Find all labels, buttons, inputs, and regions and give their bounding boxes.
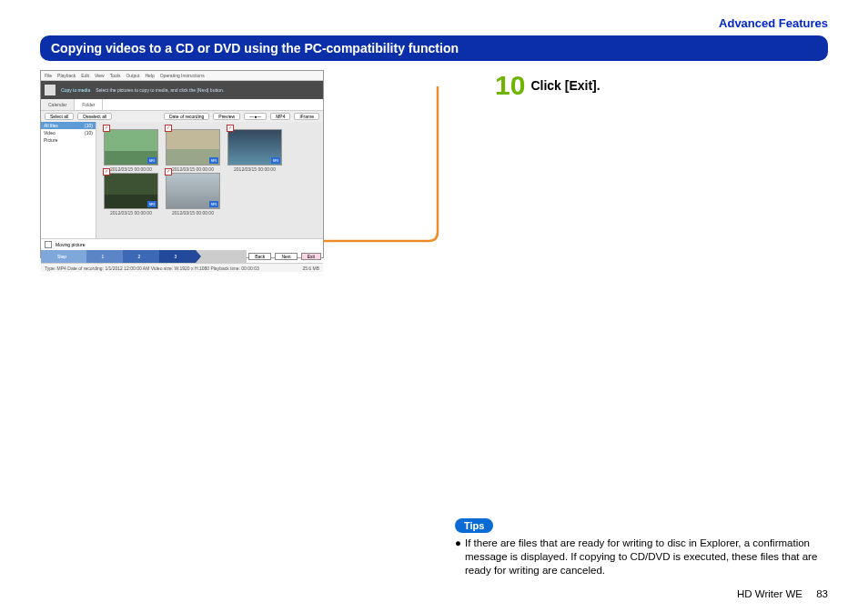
page-footer: HD Writer WE 83 xyxy=(737,588,828,599)
thumbnail[interactable]: ✓MP42012/03/15 00:00:00 xyxy=(227,129,282,166)
zoom-slider[interactable]: —●— xyxy=(244,113,267,120)
select-all-button[interactable]: Select all xyxy=(45,113,74,120)
menu-item[interactable]: Help xyxy=(145,73,154,78)
task-banner: Copy to media Select the pictures to cop… xyxy=(41,81,323,99)
format-badge: MP4 xyxy=(209,201,218,207)
sidebar-video[interactable]: Video(10) xyxy=(41,129,96,136)
back-button[interactable]: Back xyxy=(248,253,271,260)
thumbnail[interactable]: ✓MP42012/03/15 00:00:00 xyxy=(166,173,220,209)
tab-folder[interactable]: Folder xyxy=(75,99,103,110)
tips-badge: Tips xyxy=(455,518,493,533)
menu-item[interactable]: Edit xyxy=(81,73,89,78)
preview-button[interactable]: Preview xyxy=(213,113,240,120)
filter-mp4[interactable]: MP4 xyxy=(270,113,290,120)
filter-iframe[interactable]: iFrame xyxy=(294,113,319,120)
check-icon[interactable]: ✓ xyxy=(227,125,234,132)
menu-item[interactable]: Playback xyxy=(57,73,76,78)
thumbnail[interactable]: ✓MP42012/03/15 00:00:00 xyxy=(104,173,158,209)
disc-icon xyxy=(45,85,56,95)
wizard-footer: Step 1 2 3 Back Next Exit xyxy=(41,250,323,263)
product-name: HD Writer WE xyxy=(737,588,802,599)
filter-row: Moving picture xyxy=(41,238,323,250)
format-badge: MP4 xyxy=(271,157,280,164)
format-badge: MP4 xyxy=(147,157,156,164)
bullet-icon: ● xyxy=(455,537,461,577)
status-bar: Type: MP4 Date of recording: 1/1/2012 12… xyxy=(41,263,323,272)
toolbar: Select all Deselect all Date of recordin… xyxy=(41,111,323,122)
step-indicator: Step xyxy=(41,250,86,263)
section-label: Advanced Features xyxy=(40,16,828,30)
app-screenshot: File Playback Edit View Tools Output Hel… xyxy=(40,70,324,258)
status-right: 25.6 MB xyxy=(302,266,319,271)
check-icon[interactable]: ✓ xyxy=(103,125,110,132)
tip-text: If there are files that are ready for wr… xyxy=(465,537,828,577)
task-hint: Select the pictures to copy to media, an… xyxy=(96,87,224,93)
check-icon[interactable]: ✓ xyxy=(165,125,172,132)
menu-item[interactable]: Tools xyxy=(110,73,121,78)
view-tabs: Calendar Folder xyxy=(41,99,323,111)
menu-bar: File Playback Edit View Tools Output Hel… xyxy=(41,71,323,81)
step-indicator: 1 xyxy=(86,250,123,263)
menu-item[interactable]: Output xyxy=(126,73,139,78)
sidebar-picture[interactable]: Picture xyxy=(41,136,96,144)
checkbox[interactable] xyxy=(45,241,52,248)
sidebar: All files(10) Video(10) Picture xyxy=(41,122,96,238)
page-title: Copying videos to a CD or DVD using the … xyxy=(40,35,828,61)
thumbnail-grid: ✓MP42012/03/15 00:00:00 ✓MP42012/03/15 0… xyxy=(96,122,323,238)
next-button[interactable]: Next xyxy=(275,253,297,260)
step-number: 10 xyxy=(495,70,525,101)
tab-calendar[interactable]: Calendar xyxy=(41,99,75,110)
tip-item: ● If there are files that are ready for … xyxy=(455,537,828,577)
format-badge: MP4 xyxy=(147,201,156,207)
step-instruction: Click [Exit]. xyxy=(530,78,600,93)
page-number: 83 xyxy=(816,588,828,599)
menu-item[interactable]: View xyxy=(95,73,105,78)
sort-date-button[interactable]: Date of recording xyxy=(164,113,209,120)
menu-item[interactable]: File xyxy=(45,73,52,78)
thumbnail[interactable]: ✓MP42012/03/15 00:00:00 xyxy=(166,129,220,166)
task-title: Copy to media xyxy=(61,87,90,93)
step-indicator: 3 xyxy=(159,250,196,263)
menu-item[interactable]: Operating Instructions xyxy=(160,73,205,78)
check-icon[interactable]: ✓ xyxy=(103,168,110,176)
thumbnail[interactable]: ✓MP42012/03/15 00:00:00 xyxy=(104,129,158,166)
status-left: Type: MP4 Date of recording: 1/1/2012 12… xyxy=(45,266,259,271)
sidebar-all[interactable]: All files(10) xyxy=(41,122,96,129)
exit-button[interactable]: Exit xyxy=(301,253,321,260)
check-icon[interactable]: ✓ xyxy=(165,168,172,176)
moving-picture-label: Moving picture xyxy=(56,242,86,247)
format-badge: MP4 xyxy=(209,157,218,164)
deselect-all-button[interactable]: Deselect all xyxy=(77,113,112,120)
step-indicator: 2 xyxy=(123,250,159,263)
